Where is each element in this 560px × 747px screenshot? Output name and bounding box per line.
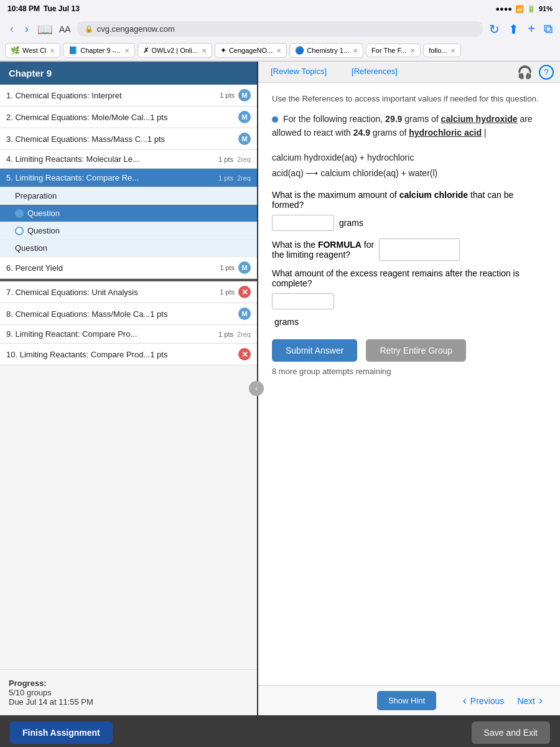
question-intro: For the following reaction, 29.9 grams o… — [272, 112, 546, 140]
tab-label-ch9: Chapter 9 -... — [80, 47, 120, 54]
q1-text: What is the maximum amount of calcium ch… — [272, 190, 546, 210]
share-icon[interactable]: ⬆ — [508, 22, 519, 37]
amount2: 24.9 — [353, 128, 370, 138]
tab-close-west[interactable]: ✕ — [50, 47, 55, 54]
q2-input[interactable] — [379, 238, 460, 261]
status-date: Tue Jul 13 — [44, 4, 80, 13]
previous-link[interactable]: Previous — [470, 696, 504, 706]
bottom-bar: Finish Assignment Save and Exit — [0, 715, 560, 747]
sidebar-subitem-preparation[interactable]: Preparation — [0, 187, 257, 205]
sidebar-item-2-label: 2. Chemical Equations: Mole/Mole Cal...1… — [6, 113, 235, 122]
sidebar-item-9[interactable]: 9. Limiting Reactant: Compare Pro... 1 p… — [0, 325, 257, 344]
show-hint-button[interactable]: Show Hint — [377, 691, 436, 710]
sidebar-item-3[interactable]: 3. Chemical Equations: Mass/Mass C...1 p… — [0, 128, 257, 150]
use-ref-note: Use the References to access important v… — [272, 94, 546, 103]
save-and-exit-button[interactable]: Save and Exit — [472, 721, 550, 744]
sidebar-item-6-label: 6. Percent Yield — [6, 263, 216, 273]
sidebar-subitem-q1-label: Question — [27, 209, 251, 218]
tab-close-cng[interactable]: ✕ — [276, 47, 281, 54]
headphones-icon[interactable]: 🎧 — [517, 65, 533, 80]
sidebar-item-5-req: 2req — [237, 174, 251, 182]
amount1: 29.9 — [385, 114, 402, 124]
sidebar-subitem-question-1[interactable]: Question — [0, 205, 257, 222]
sidebar-items: 1. Chemical Equations: Interpret 1 pts M… — [0, 85, 257, 669]
reactant1: calcium hydroxide — [441, 114, 518, 124]
sidebar-item-8-label: 8. Chemical Equations: Mass/Mole Ca...1 … — [6, 309, 235, 319]
sidebar-item-5-pts: 1 pts — [218, 174, 233, 182]
sidebar-item-7-pts: 1 pts — [220, 288, 235, 296]
tab-label-fae: For The F... — [371, 47, 406, 54]
collapse-sidebar-button[interactable]: ‹ — [249, 381, 264, 396]
subitem-dot-1 — [15, 209, 24, 218]
sidebar-item-10[interactable]: 10. Limiting Reactants: Compare Prod...1… — [0, 344, 257, 365]
bookmarks-icon[interactable]: 📖 — [37, 22, 53, 37]
help-icon[interactable]: ? — [539, 65, 554, 80]
signal-icon: ●●●● — [495, 5, 512, 12]
finish-assignment-button[interactable]: Finish Assignment — [10, 721, 113, 744]
sidebar-item-9-label: 9. Limiting Reactant: Compare Pro... — [6, 329, 215, 339]
sidebar-item-6-pts: 1 pts — [220, 264, 235, 271]
q1-input[interactable] — [272, 215, 334, 231]
tab-close-ch9[interactable]: ✕ — [124, 47, 129, 54]
tab-icon-west: 🌿 — [11, 46, 20, 55]
tab-west-cl[interactable]: 🌿 West Cl ✕ — [5, 43, 60, 58]
tab-fae[interactable]: For The F... ✕ — [366, 44, 421, 57]
sidebar: Chapter 9 1. Chemical Equations: Interpr… — [0, 62, 258, 715]
next-link[interactable]: Next — [517, 696, 535, 706]
tab-cengage[interactable]: ✦ CengageNO... ✕ — [215, 43, 287, 58]
sidebar-subitem-q3-label: Question — [15, 243, 251, 253]
q2-text: What is the FORMULA forthe limiting reag… — [272, 240, 374, 260]
tab-references[interactable]: [References] — [339, 62, 410, 82]
sidebar-item-2[interactable]: 2. Chemical Equations: Mole/Mole Cal...1… — [0, 106, 257, 128]
new-tab-icon[interactable]: + — [528, 22, 535, 36]
address-bar[interactable]: 🔒 cvg.cengagenow.com — [77, 21, 483, 37]
question-row-1: What is the maximum amount of calcium ch… — [272, 190, 546, 231]
sidebar-item-1[interactable]: 1. Chemical Equations: Interpret 1 pts M — [0, 85, 257, 106]
sidebar-item-5[interactable]: 5. Limiting Reactants: Compare Re... 1 p… — [0, 169, 257, 187]
sidebar-item-3-label: 3. Chemical Equations: Mass/Mass C...1 p… — [6, 134, 235, 144]
tab-icon-owl: ✗ — [143, 46, 149, 55]
q3-input[interactable] — [272, 293, 334, 309]
sidebar-header: Chapter 9 — [0, 62, 257, 85]
refresh-icon[interactable]: ↻ — [489, 22, 500, 37]
back-button[interactable]: ‹ — [7, 22, 16, 35]
tab-close-owl[interactable]: ✕ — [202, 47, 207, 54]
tab-chemistry[interactable]: 🔵 Chemistry 1... ✕ — [289, 43, 363, 58]
sidebar-item-4-label: 4. Limiting Reactants: Molecular Le... — [6, 154, 215, 164]
tab-review-topics[interactable]: [Review Topics] — [258, 62, 339, 82]
sidebar-item-1-badge: M — [238, 89, 251, 101]
forward-button[interactable]: › — [22, 22, 31, 35]
sidebar-item-4-req: 2req — [237, 156, 251, 163]
tab-close-follo[interactable]: ✕ — [450, 47, 455, 54]
tab-owlv2[interactable]: ✗ OWLv2 | Onli... ✕ — [138, 43, 212, 58]
sidebar-item-7[interactable]: 7. Chemical Equations: Unit Analysis 1 p… — [0, 281, 257, 303]
submit-answer-button[interactable]: Submit Answer — [272, 339, 357, 362]
tab-close-fae[interactable]: ✕ — [410, 47, 415, 54]
chevron-left-prev: ‹ — [463, 694, 467, 707]
progress-title: Progress: — [9, 679, 248, 688]
aa-button[interactable]: AA — [59, 24, 71, 34]
progress-groups: 5/10 groups — [9, 688, 248, 697]
sidebar-item-9-req: 2req — [237, 331, 251, 338]
action-row: Submit Answer Retry Entire Group — [272, 339, 546, 362]
tab-bar: 🌿 West Cl ✕ 📘 Chapter 9 -... ✕ ✗ OWLv2 |… — [0, 40, 560, 61]
question-row-2: What is the FORMULA forthe limiting reag… — [272, 238, 546, 261]
tabs-icon[interactable]: ⧉ — [544, 22, 553, 36]
q1-unit: grams — [339, 218, 363, 228]
reactant2: hydrochloric acid — [409, 128, 482, 138]
sidebar-item-6[interactable]: 6. Percent Yield 1 pts M — [0, 257, 257, 279]
sidebar-item-1-pts: 1 pts — [220, 92, 235, 99]
sidebar-item-8[interactable]: 8. Chemical Equations: Mass/Mole Ca...1 … — [0, 303, 257, 325]
sidebar-item-4[interactable]: 4. Limiting Reactants: Molecular Le... 1… — [0, 150, 257, 169]
tab-close-chem[interactable]: ✕ — [353, 47, 358, 54]
tab-chapter9[interactable]: 📘 Chapter 9 -... ✕ — [63, 43, 134, 58]
retry-entire-group-button[interactable]: Retry Entire Group — [366, 339, 466, 362]
tab-follo[interactable]: follo... ✕ — [423, 44, 461, 57]
tab-icon-chem: 🔵 — [295, 46, 304, 55]
sidebar-item-8-badge: M — [238, 308, 251, 320]
status-bar: 10:48 PM Tue Jul 13 ●●●● 📶 🔋 91% — [0, 0, 560, 17]
sidebar-item-10-label: 10. Limiting Reactants: Compare Prod...1… — [6, 350, 235, 359]
tab-label-cng: CengageNO... — [229, 47, 273, 54]
sidebar-subitem-question-3[interactable]: Question — [0, 240, 257, 257]
sidebar-subitem-question-2[interactable]: Question — [0, 222, 257, 240]
